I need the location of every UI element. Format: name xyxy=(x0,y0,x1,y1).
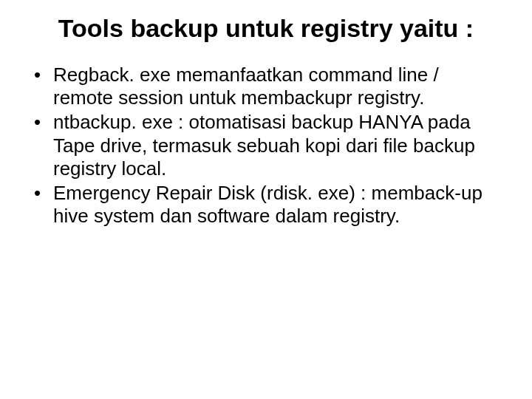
list-item: ntbackup. exe : otomatisasi backup HANYA… xyxy=(30,111,502,180)
list-item: Emergency Repair Disk (rdisk. exe) : mem… xyxy=(30,182,502,228)
list-item: Regback. exe memanfaatkan command line /… xyxy=(30,64,502,109)
slide: Tools backup untuk registry yaitu : Regb… xyxy=(0,0,532,399)
slide-title: Tools backup untuk registry yaitu : xyxy=(30,13,502,43)
bullet-list: Regback. exe memanfaatkan command line /… xyxy=(30,64,502,228)
